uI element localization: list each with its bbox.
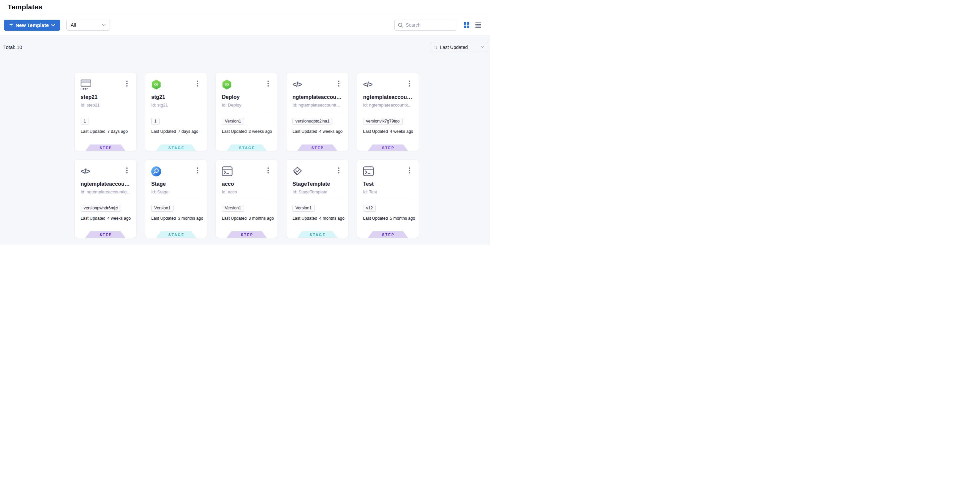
card-header: HTTP ∞ </>: [293, 167, 342, 177]
kebab-menu-icon[interactable]: [195, 79, 200, 87]
last-updated-row: Last Updated 4 weeks ago: [363, 129, 413, 134]
kebab-menu-icon[interactable]: [407, 167, 412, 174]
code-template-icon: </>: [363, 79, 372, 90]
last-updated-value: 5 months ago: [390, 216, 415, 221]
kebab-menu-icon[interactable]: [336, 167, 341, 174]
card-divider: [363, 199, 413, 199]
new-template-button[interactable]: + New Template: [4, 20, 60, 31]
last-updated-value: 2 weeks ago: [248, 129, 272, 134]
card-title: Deploy: [222, 94, 272, 100]
card-divider: [151, 112, 201, 112]
kebab-menu-icon[interactable]: [124, 79, 130, 87]
view-toggles: [463, 22, 482, 29]
card-icon-slot: HTTP ∞ </>: [81, 79, 91, 90]
chevron-down-icon: [102, 24, 106, 26]
type-tab: STAGE: [156, 232, 196, 238]
template-card[interactable]: HTTP ∞ </>: [357, 160, 419, 238]
kebab-menu-icon[interactable]: [195, 167, 200, 174]
template-card[interactable]: HTTP ∞ </>: [286, 73, 348, 151]
kebab-menu-icon[interactable]: [266, 79, 271, 87]
chevron-down-icon: [480, 46, 484, 48]
card-divider: [363, 112, 413, 112]
version-badge[interactable]: versionvik7g79tqo: [363, 118, 403, 125]
http-step-icon: HTTP: [81, 79, 91, 90]
last-updated-label: Last Updated: [363, 216, 388, 221]
summary-row: Total: 10 ↑↓ Last Updated: [0, 42, 490, 52]
new-template-label: New Template: [16, 22, 49, 28]
deployment-stage-icon: ∞: [151, 79, 161, 90]
template-card[interactable]: HTTP ∞ </>: [216, 160, 277, 238]
sort-arrows-icon: ↑↓: [434, 44, 437, 50]
version-badge[interactable]: 1: [151, 118, 159, 125]
template-card[interactable]: HTTP ∞ </>: [75, 73, 136, 151]
card-id: Id: Test: [363, 189, 413, 194]
total-count: Total: 10: [3, 44, 22, 50]
chevron-down-icon: [51, 24, 55, 26]
version-badge[interactable]: Version1: [222, 118, 244, 125]
grid-view-icon: [464, 22, 469, 28]
template-type-filter[interactable]: All: [66, 20, 110, 31]
search-icon: [398, 23, 403, 28]
version-badge[interactable]: Version1: [293, 205, 315, 212]
search-input[interactable]: [406, 22, 453, 28]
last-updated-value: 7 days ago: [178, 129, 198, 134]
stage-template-icon: [293, 167, 302, 178]
card-icon-slot: HTTP ∞ </>: [81, 167, 90, 177]
last-updated-row: Last Updated 5 months ago: [363, 216, 413, 221]
card-icon-slot: HTTP ∞ </>: [293, 79, 301, 90]
card-title: Test: [363, 181, 413, 187]
template-card[interactable]: HTTP ∞ </>: [357, 73, 419, 151]
last-updated-value: 3 months ago: [248, 216, 274, 221]
kebab-menu-icon[interactable]: [266, 167, 271, 174]
list-view-button[interactable]: [475, 22, 482, 28]
card-id: Id: Deploy: [222, 103, 272, 108]
kebab-menu-icon[interactable]: [124, 167, 130, 174]
card-title: ngtemplateaccountl...: [81, 181, 130, 187]
page-header: Templates: [0, 0, 490, 15]
template-card[interactable]: HTTP ∞ </>: [75, 160, 136, 238]
card-divider: [222, 199, 272, 199]
version-badge[interactable]: Version1: [222, 205, 244, 212]
card-divider: [81, 199, 130, 199]
card-divider: [81, 112, 130, 112]
card-header: HTTP ∞ </>: [81, 79, 130, 90]
card-header: HTTP ∞ </>: [151, 79, 201, 90]
last-updated-label: Last Updated: [363, 129, 388, 134]
version-badge[interactable]: versionpwhdr6mjzt: [81, 205, 121, 212]
version-badge[interactable]: v12: [363, 205, 376, 212]
type-tab: STEP: [298, 144, 337, 151]
last-updated-value: 3 months ago: [178, 216, 203, 221]
template-card[interactable]: HTTP ∞ </>: [145, 160, 207, 238]
card-divider: [151, 199, 201, 199]
card-id: Id: Stage: [151, 189, 201, 194]
grid-view-button[interactable]: [463, 22, 470, 29]
type-tab: STAGE: [156, 144, 196, 151]
template-card[interactable]: HTTP ∞ </>: [286, 160, 348, 238]
last-updated-row: Last Updated 7 days ago: [151, 129, 201, 134]
kebab-menu-icon[interactable]: [336, 79, 341, 87]
last-updated-label: Last Updated: [222, 129, 247, 134]
search-box[interactable]: [395, 20, 457, 31]
card-id: Id: StageTemplate: [293, 189, 342, 194]
terminal-step-icon: [222, 167, 232, 178]
type-tab: STAGE: [298, 232, 337, 238]
version-badge[interactable]: 1: [81, 118, 89, 125]
last-updated-label: Last Updated: [81, 216, 105, 221]
filter-value: All: [71, 22, 102, 28]
card-id: Id: stg21: [151, 103, 201, 108]
version-badge[interactable]: Version1: [151, 205, 173, 212]
sort-dropdown[interactable]: ↑↓ Last Updated: [430, 42, 488, 52]
last-updated-label: Last Updated: [151, 216, 176, 221]
card-icon-slot: HTTP ∞ </>: [363, 79, 372, 90]
version-badge[interactable]: versionuqbto2lna1: [293, 118, 332, 125]
template-card[interactable]: HTTP ∞ </>: [216, 73, 277, 151]
type-tab: STEP: [86, 144, 126, 151]
card-header: HTTP ∞ </>: [222, 167, 272, 177]
card-divider: [293, 199, 342, 199]
toolbar: + New Template All: [0, 15, 490, 35]
kebab-menu-icon[interactable]: [407, 79, 412, 87]
type-tab: STEP: [368, 144, 408, 151]
card-id: Id: ngtemplateaccountk...: [363, 103, 413, 108]
template-card[interactable]: HTTP ∞ </>: [145, 73, 207, 151]
last-updated-value: 4 months ago: [319, 216, 344, 221]
